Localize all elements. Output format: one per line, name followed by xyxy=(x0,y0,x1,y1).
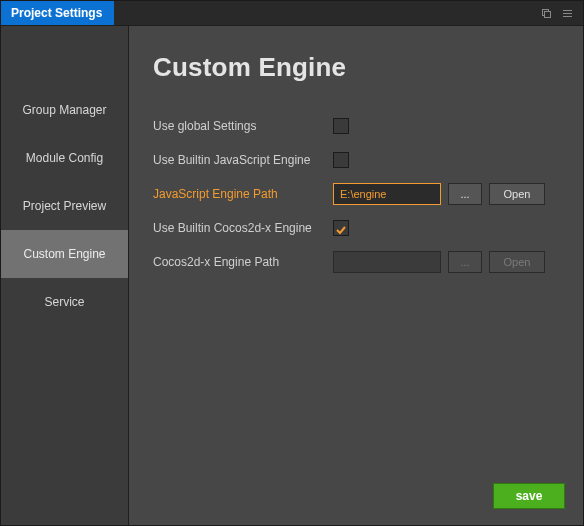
sidebar: Group Manager Module Config Project Prev… xyxy=(1,25,129,526)
checkbox-use-builtin-js[interactable] xyxy=(333,152,349,168)
input-js-path[interactable] xyxy=(333,183,441,205)
open-cocos-path-button: Open xyxy=(489,251,545,273)
sidebar-item-project-preview[interactable]: Project Preview xyxy=(1,182,128,230)
sidebar-item-label: Module Config xyxy=(26,151,103,165)
label-use-builtin-js: Use Builtin JavaScript Engine xyxy=(153,153,333,167)
titlebar-tab[interactable]: Project Settings xyxy=(1,1,114,25)
sidebar-item-group-manager[interactable]: Group Manager xyxy=(1,86,128,134)
svg-rect-1 xyxy=(545,11,551,17)
sidebar-item-custom-engine[interactable]: Custom Engine xyxy=(1,230,128,278)
titlebar-title: Project Settings xyxy=(11,6,102,20)
checkbox-use-builtin-cocos[interactable] xyxy=(333,220,349,236)
sidebar-item-label: Project Preview xyxy=(23,199,106,213)
sidebar-item-service[interactable]: Service xyxy=(1,278,128,326)
sidebar-item-label: Group Manager xyxy=(22,103,106,117)
titlebar: Project Settings xyxy=(1,1,583,25)
label-use-builtin-cocos: Use Builtin Cocos2d-x Engine xyxy=(153,221,333,235)
browse-cocos-path-button: ... xyxy=(448,251,482,273)
menu-icon[interactable] xyxy=(562,8,573,19)
browse-js-path-button[interactable]: ... xyxy=(448,183,482,205)
input-cocos-path xyxy=(333,251,441,273)
content-panel: Custom Engine Use global Settings Use Bu… xyxy=(129,25,583,526)
page-title: Custom Engine xyxy=(153,52,565,83)
save-button[interactable]: save xyxy=(493,483,565,509)
sidebar-item-label: Custom Engine xyxy=(23,247,105,261)
label-js-path: JavaScript Engine Path xyxy=(153,187,333,201)
open-js-path-button[interactable]: Open xyxy=(489,183,545,205)
label-use-global: Use global Settings xyxy=(153,119,333,133)
popout-icon[interactable] xyxy=(541,8,552,19)
checkbox-use-global[interactable] xyxy=(333,118,349,134)
sidebar-item-module-config[interactable]: Module Config xyxy=(1,134,128,182)
label-cocos-path: Cocos2d-x Engine Path xyxy=(153,255,333,269)
sidebar-item-label: Service xyxy=(44,295,84,309)
